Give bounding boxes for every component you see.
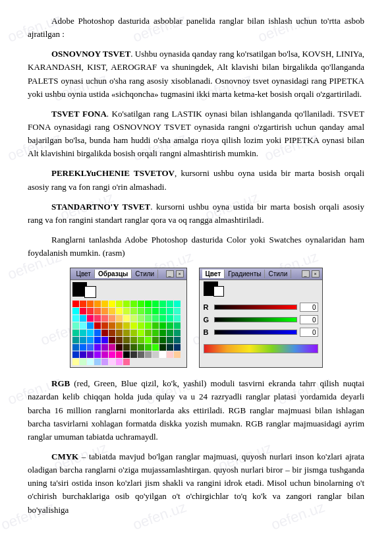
- minimize-btn[interactable]: _: [166, 270, 174, 278]
- swatch-cell[interactable]: [94, 301, 101, 307]
- swatch-cell[interactable]: [116, 344, 123, 351]
- swatch-cell[interactable]: [87, 359, 94, 365]
- swatch-cell[interactable]: [87, 322, 94, 329]
- swatch-cell[interactable]: [138, 330, 144, 336]
- swatch-cell[interactable]: [152, 301, 159, 307]
- swatch-cell[interactable]: [101, 301, 108, 307]
- swatch-cell[interactable]: [152, 308, 159, 314]
- swatch-cell[interactable]: [145, 322, 152, 329]
- swatch-cell[interactable]: [87, 315, 94, 322]
- swatch-cell[interactable]: [152, 315, 159, 322]
- swatch-cell[interactable]: [174, 330, 181, 336]
- swatch-cell[interactable]: [167, 308, 173, 314]
- swatch-cell[interactable]: [167, 330, 173, 336]
- swatch-cell[interactable]: [94, 330, 101, 336]
- swatch-cell[interactable]: [80, 301, 86, 307]
- swatch-cell[interactable]: [167, 337, 173, 343]
- swatch-cell[interactable]: [123, 322, 130, 329]
- tab-obraztsy[interactable]: Образцы: [95, 270, 132, 278]
- swatch-cell[interactable]: [145, 337, 152, 343]
- swatch-cell[interactable]: [123, 351, 130, 358]
- swatch-cell[interactable]: [80, 308, 86, 314]
- swatch-cell[interactable]: [159, 308, 166, 314]
- swatch-cell[interactable]: [167, 351, 173, 358]
- swatch-cell[interactable]: [152, 322, 159, 329]
- swatch-cell[interactable]: [123, 301, 130, 307]
- swatch-cell[interactable]: [101, 330, 108, 336]
- swatch-cell[interactable]: [116, 351, 123, 358]
- close-btn[interactable]: ×: [176, 270, 184, 278]
- b-slider[interactable]: [214, 330, 297, 335]
- swatch-cell[interactable]: [87, 337, 94, 343]
- swatch-cell[interactable]: [159, 337, 166, 343]
- swatch-cell[interactable]: [116, 315, 123, 322]
- swatch-cell[interactable]: [123, 308, 130, 314]
- swatch-cell[interactable]: [80, 315, 86, 322]
- swatch-cell[interactable]: [159, 351, 166, 358]
- swatch-cell[interactable]: [123, 344, 130, 351]
- swatch-cell[interactable]: [123, 359, 130, 365]
- swatch-cell[interactable]: [80, 337, 86, 343]
- swatch-cell[interactable]: [72, 315, 79, 322]
- swatch-cell[interactable]: [167, 301, 173, 307]
- swatch-cell[interactable]: [94, 351, 101, 358]
- swatch-cell[interactable]: [116, 359, 123, 365]
- swatch-cell[interactable]: [116, 308, 123, 314]
- swatch-cell[interactable]: [101, 337, 108, 343]
- swatch-cell[interactable]: [138, 301, 144, 307]
- swatch-cell[interactable]: [159, 330, 166, 336]
- swatch-cell[interactable]: [72, 301, 79, 307]
- tab-stili-right[interactable]: Стили: [265, 270, 291, 278]
- g-value[interactable]: 0: [300, 315, 318, 324]
- tab-tsvet[interactable]: Цвет: [73, 270, 95, 278]
- swatch-cell[interactable]: [130, 301, 137, 307]
- swatch-cell[interactable]: [138, 315, 144, 322]
- swatch-cell[interactable]: [72, 308, 79, 314]
- swatch-cell[interactable]: [167, 322, 173, 329]
- swatch-cell[interactable]: [174, 337, 181, 343]
- swatch-cell[interactable]: [130, 315, 137, 322]
- swatch-cell[interactable]: [109, 322, 115, 329]
- background-color-swatch[interactable]: [84, 286, 96, 298]
- swatch-cell[interactable]: [94, 344, 101, 351]
- r-value[interactable]: 0: [300, 303, 318, 312]
- swatch-cell[interactable]: [87, 351, 94, 358]
- swatch-cell[interactable]: [109, 301, 115, 307]
- swatch-cell[interactable]: [130, 330, 137, 336]
- swatch-cell[interactable]: [116, 337, 123, 343]
- r-slider[interactable]: [214, 305, 297, 310]
- swatch-cell[interactable]: [94, 315, 101, 322]
- swatch-cell[interactable]: [94, 359, 101, 365]
- swatch-cell[interactable]: [101, 344, 108, 351]
- swatch-cell[interactable]: [109, 330, 115, 336]
- swatch-cell[interactable]: [80, 330, 86, 336]
- swatch-cell[interactable]: [130, 351, 137, 358]
- swatch-cell[interactable]: [145, 308, 152, 314]
- minimize-btn-right[interactable]: _: [302, 270, 310, 278]
- swatch-cell[interactable]: [72, 330, 79, 336]
- swatch-cell[interactable]: [130, 308, 137, 314]
- swatch-cell[interactable]: [145, 330, 152, 336]
- swatch-cell[interactable]: [109, 308, 115, 314]
- swatch-cell[interactable]: [145, 315, 152, 322]
- swatch-cell[interactable]: [72, 359, 79, 365]
- b-value[interactable]: 0: [300, 328, 318, 337]
- swatch-cell[interactable]: [101, 322, 108, 329]
- tab-gradienty[interactable]: Градиенты: [225, 270, 265, 278]
- swatch-cell[interactable]: [174, 301, 181, 307]
- swatch-cell[interactable]: [145, 351, 152, 358]
- swatch-cell[interactable]: [145, 344, 152, 351]
- swatch-cell[interactable]: [101, 315, 108, 322]
- swatch-cell[interactable]: [174, 322, 181, 329]
- swatch-cell[interactable]: [174, 308, 181, 314]
- swatch-cell[interactable]: [94, 308, 101, 314]
- swatch-cell[interactable]: [174, 344, 181, 351]
- swatch-cell[interactable]: [138, 344, 144, 351]
- swatch-cell[interactable]: [94, 337, 101, 343]
- swatch-cell[interactable]: [174, 351, 181, 358]
- swatch-cell[interactable]: [80, 344, 86, 351]
- swatch-cell[interactable]: [87, 330, 94, 336]
- swatch-cell[interactable]: [101, 351, 108, 358]
- swatch-cell[interactable]: [87, 301, 94, 307]
- swatch-cell[interactable]: [159, 344, 166, 351]
